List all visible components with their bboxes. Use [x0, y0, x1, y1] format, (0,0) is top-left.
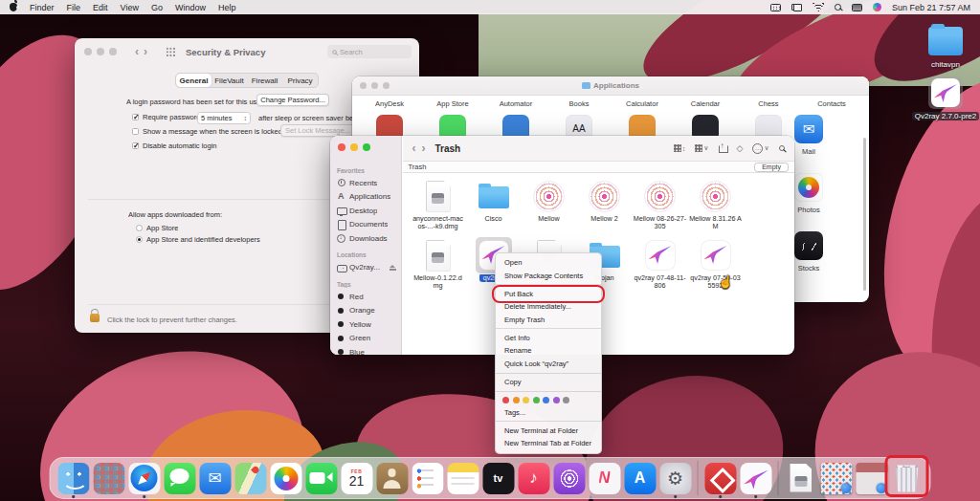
sidebar-item[interactable]: Qv2ray...: [337, 261, 399, 275]
dock-item[interactable]: [589, 461, 621, 495]
context-menu-item[interactable]: Empty Trash: [496, 314, 601, 326]
minimize-button[interactable]: [350, 143, 358, 151]
dock-icon[interactable]: [856, 463, 887, 494]
dock-item[interactable]: [553, 461, 586, 495]
context-menu-item[interactable]: Open: [496, 256, 601, 269]
app-icon[interactable]: [794, 231, 823, 260]
dock-item[interactable]: [412, 461, 444, 495]
siri-icon[interactable]: [873, 3, 881, 11]
file-item[interactable]: qv2ray 07-48-11-806: [633, 237, 688, 296]
dock-icon[interactable]: [589, 463, 620, 494]
dock-item[interactable]: [856, 461, 888, 495]
context-menu-item[interactable]: [496, 284, 601, 285]
tab[interactable]: FileVault: [212, 74, 247, 87]
context-menu-item[interactable]: [496, 391, 601, 392]
share-icon[interactable]: [718, 143, 726, 153]
dock-icon[interactable]: [785, 463, 816, 494]
display-icon[interactable]: [852, 4, 862, 11]
app-label[interactable]: Chess: [737, 99, 800, 108]
dock-icon[interactable]: FEB 21: [341, 463, 372, 494]
app-label[interactable]: Calendar: [674, 99, 737, 108]
input-source-icon[interactable]: [770, 4, 781, 11]
dock-icon[interactable]: [740, 463, 771, 494]
lock-icon[interactable]: [90, 314, 100, 322]
tab[interactable]: General: [176, 74, 212, 87]
file-icon[interactable]: [587, 178, 623, 214]
wifi-icon[interactable]: [813, 3, 824, 11]
dock-item[interactable]: [659, 461, 692, 495]
back-button[interactable]: ‹: [412, 142, 416, 154]
tab[interactable]: Firewall: [247, 74, 282, 87]
dock-item[interactable]: [778, 461, 779, 495]
dock-icon[interactable]: [128, 463, 160, 494]
app-icon[interactable]: [794, 115, 823, 143]
minimize-button[interactable]: [97, 48, 104, 55]
tab[interactable]: Privacy: [282, 74, 318, 87]
dock-icon[interactable]: [624, 463, 656, 494]
dock-icon[interactable]: [820, 463, 852, 494]
sidebar-item[interactable]: Locations: [337, 250, 399, 261]
dock-icon[interactable]: [199, 463, 231, 494]
file-icon[interactable]: [642, 237, 679, 273]
dock-item[interactable]: [199, 461, 232, 495]
menu-finder[interactable]: Finder: [30, 3, 55, 12]
dock-icon[interactable]: [57, 463, 89, 494]
require-interval-dropdown[interactable]: 5 minutes ↕: [197, 112, 251, 124]
search-icon[interactable]: [779, 145, 786, 152]
context-menu-item[interactable]: Copy: [496, 376, 601, 388]
dock-icon[interactable]: [234, 463, 266, 494]
app-label[interactable]: Calculator: [611, 99, 674, 108]
file-item[interactable]: Mellow 8.31.26 AM: [688, 178, 744, 237]
file-icon[interactable]: [698, 178, 734, 214]
context-menu-item[interactable]: Show Package Contents: [496, 269, 601, 281]
context-menu-item[interactable]: Tags...: [496, 405, 601, 418]
dock-icon[interactable]: [704, 463, 736, 494]
forward-button[interactable]: ›: [422, 142, 426, 154]
dock-item[interactable]: [270, 461, 302, 495]
dock-item[interactable]: [305, 461, 338, 495]
sidebar-item[interactable]: Applications: [337, 190, 399, 205]
dock-item[interactable]: [704, 461, 737, 495]
sidebar-item[interactable]: Yellow: [337, 317, 399, 332]
more-actions-icon[interactable]: ⋯∨: [752, 143, 768, 154]
dock-item[interactable]: [376, 461, 409, 495]
context-menu-item[interactable]: [496, 394, 601, 405]
sidebar-item[interactable]: Downloads: [337, 231, 399, 246]
dock-item[interactable]: [57, 461, 90, 495]
scrollbar[interactable]: [863, 138, 866, 291]
file-icon[interactable]: [698, 237, 734, 273]
file-item[interactable]: Cisco: [466, 178, 522, 237]
sidebar-item[interactable]: Green: [337, 332, 399, 346]
menu-help[interactable]: Help: [218, 3, 236, 12]
app-label[interactable]: AnyDesk: [358, 99, 421, 108]
file-item[interactable]: Mellow: [522, 178, 577, 237]
app-icon[interactable]: [794, 173, 823, 202]
dock-item[interactable]: [624, 461, 657, 495]
lock-message-checkbox[interactable]: [132, 128, 139, 135]
context-menu-item[interactable]: Delete Immediately...: [496, 300, 601, 313]
file-item[interactable]: Mellow-0.1.22.dmg: [411, 237, 466, 296]
dock-icon[interactable]: tv: [482, 463, 514, 494]
app-label[interactable]: Books: [547, 99, 611, 108]
context-menu-item[interactable]: Get Info: [496, 332, 601, 344]
sidebar-item[interactable]: Red: [337, 290, 399, 304]
qv2ray-icon[interactable]: [931, 78, 960, 107]
zoom-button[interactable]: [363, 143, 370, 151]
menu-go[interactable]: Go: [151, 3, 163, 12]
apple-menu-icon[interactable]: [10, 3, 17, 11]
tag-color-dots[interactable]: [502, 397, 569, 403]
sidebar-item[interactable]: Desktop: [337, 204, 399, 218]
sidebar-item[interactable]: Orange: [337, 304, 399, 318]
menu-edit[interactable]: Edit: [93, 3, 108, 12]
sidebar-item[interactable]: Tags: [337, 278, 399, 290]
dock-icon[interactable]: [447, 463, 479, 494]
context-menu-item[interactable]: Quick Look “qv2ray”: [496, 358, 601, 370]
context-menu-item[interactable]: Put Back: [496, 288, 601, 300]
chitavpn-icon[interactable]: [928, 27, 963, 55]
file-item[interactable]: anyconnect-macos-...-k9.dmg: [411, 178, 466, 237]
dock-item[interactable]: tv: [482, 461, 515, 495]
dock-icon[interactable]: [164, 463, 195, 494]
close-button[interactable]: [338, 143, 345, 151]
eject-icon[interactable]: [390, 265, 396, 271]
show-all-icon[interactable]: [166, 47, 175, 56]
